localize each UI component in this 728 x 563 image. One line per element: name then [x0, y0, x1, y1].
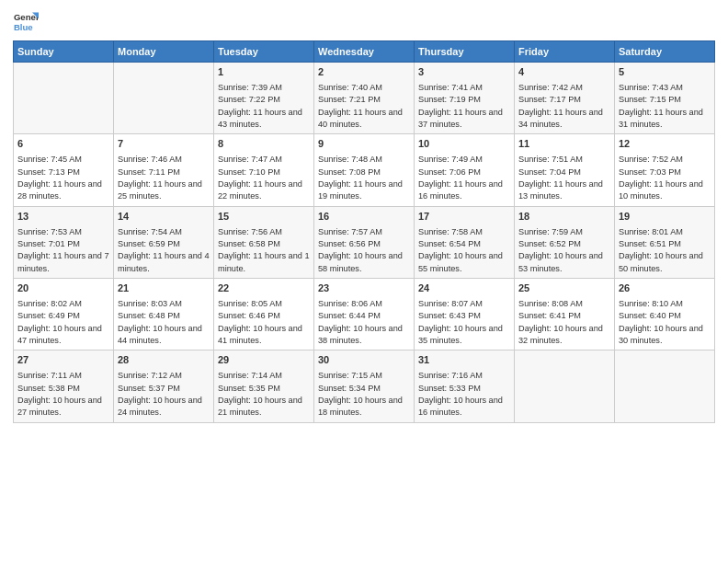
sunset-text: Sunset: 6:59 PM	[118, 239, 180, 248]
sunrise-text: Sunrise: 8:08 AM	[518, 299, 583, 308]
calendar-cell: 23Sunrise: 8:06 AMSunset: 6:44 PMDayligh…	[314, 278, 415, 350]
sunrise-text: Sunrise: 7:42 AM	[518, 83, 583, 92]
sunrise-text: Sunrise: 7:54 AM	[118, 227, 182, 236]
calendar-cell: 7Sunrise: 7:46 AMSunset: 7:11 PMDaylight…	[114, 134, 214, 206]
day-number: 22	[218, 282, 310, 296]
cell-content: 27Sunrise: 7:11 AMSunset: 5:38 PMDayligh…	[17, 353, 109, 419]
daylight-text: Daylight: 11 hours and 13 minutes.	[518, 179, 603, 201]
calendar-cell: 8Sunrise: 7:47 AMSunset: 7:10 PMDaylight…	[214, 134, 314, 206]
sunset-text: Sunset: 6:56 PM	[318, 239, 381, 248]
sunrise-text: Sunrise: 8:10 AM	[619, 299, 683, 308]
daylight-text: Daylight: 11 hours and 10 minutes.	[619, 179, 703, 201]
calendar-cell: 3Sunrise: 7:41 AMSunset: 7:19 PMDaylight…	[415, 63, 515, 134]
sunset-text: Sunset: 5:34 PM	[318, 384, 381, 393]
cell-content: 7Sunrise: 7:46 AMSunset: 7:11 PMDaylight…	[118, 137, 210, 202]
daylight-text: Daylight: 10 hours and 32 minutes.	[518, 324, 603, 345]
cell-content: 23Sunrise: 8:06 AMSunset: 6:44 PMDayligh…	[318, 282, 410, 347]
sunset-text: Sunset: 7:04 PM	[518, 167, 581, 177]
cell-content: 20Sunrise: 8:02 AMSunset: 6:49 PMDayligh…	[17, 282, 109, 347]
daylight-text: Daylight: 11 hours and 4 minutes.	[118, 251, 210, 272]
daylight-text: Daylight: 11 hours and 31 minutes.	[619, 108, 703, 129]
daylight-text: Daylight: 10 hours and 35 minutes.	[418, 324, 503, 345]
sunrise-text: Sunrise: 7:48 AM	[318, 155, 382, 164]
cell-content: 25Sunrise: 8:08 AMSunset: 6:41 PMDayligh…	[518, 282, 610, 347]
day-number: 26	[619, 282, 711, 296]
sunrise-text: Sunrise: 8:05 AM	[218, 299, 282, 308]
cell-content: 9Sunrise: 7:48 AMSunset: 7:08 PMDaylight…	[318, 137, 410, 202]
sunrise-text: Sunrise: 8:01 AM	[619, 227, 683, 236]
calendar-cell: 12Sunrise: 7:52 AMSunset: 7:03 PMDayligh…	[615, 134, 715, 206]
calendar-cell	[515, 350, 615, 422]
calendar-cell: 2Sunrise: 7:40 AMSunset: 7:21 PMDaylight…	[314, 63, 415, 134]
sunset-text: Sunset: 6:41 PM	[518, 311, 581, 320]
cell-content: 10Sunrise: 7:49 AMSunset: 7:06 PMDayligh…	[418, 137, 510, 202]
sunrise-text: Sunrise: 7:45 AM	[17, 155, 82, 164]
sunrise-text: Sunrise: 7:49 AM	[418, 155, 483, 164]
day-number: 28	[118, 353, 210, 368]
daylight-text: Daylight: 11 hours and 43 minutes.	[218, 108, 302, 129]
sunrise-text: Sunrise: 7:59 AM	[518, 227, 583, 236]
daylight-text: Daylight: 10 hours and 50 minutes.	[619, 251, 703, 272]
sunset-text: Sunset: 5:37 PM	[118, 384, 180, 393]
cell-content: 22Sunrise: 8:05 AMSunset: 6:46 PMDayligh…	[218, 282, 310, 347]
sunrise-text: Sunrise: 7:53 AM	[17, 227, 82, 236]
sunset-text: Sunset: 6:58 PM	[218, 239, 280, 248]
calendar-cell: 31Sunrise: 7:16 AMSunset: 5:33 PMDayligh…	[415, 350, 515, 422]
calendar-cell: 1Sunrise: 7:39 AMSunset: 7:22 PMDaylight…	[214, 63, 314, 134]
calendar-cell: 5Sunrise: 7:43 AMSunset: 7:15 PMDaylight…	[615, 63, 715, 134]
calendar-cell: 29Sunrise: 7:14 AMSunset: 5:35 PMDayligh…	[214, 350, 314, 422]
weekday-header: Tuesday	[214, 41, 314, 63]
day-number: 24	[418, 282, 510, 296]
calendar-cell	[14, 63, 114, 134]
daylight-text: Daylight: 11 hours and 1 minute.	[218, 251, 310, 272]
sunset-text: Sunset: 7:10 PM	[218, 167, 280, 177]
calendar-cell: 22Sunrise: 8:05 AMSunset: 6:46 PMDayligh…	[214, 278, 314, 350]
sunset-text: Sunset: 6:52 PM	[518, 239, 581, 248]
day-number: 5	[619, 65, 711, 80]
day-number: 2	[318, 65, 410, 80]
cell-content: 15Sunrise: 7:56 AMSunset: 6:58 PMDayligh…	[218, 210, 310, 275]
cell-content: 24Sunrise: 8:07 AMSunset: 6:43 PMDayligh…	[418, 282, 510, 347]
sunset-text: Sunset: 6:40 PM	[619, 311, 681, 320]
calendar-cell: 28Sunrise: 7:12 AMSunset: 5:37 PMDayligh…	[114, 350, 214, 422]
sunrise-text: Sunrise: 7:41 AM	[418, 83, 483, 92]
sunrise-text: Sunrise: 7:39 AM	[218, 83, 282, 92]
calendar-cell: 16Sunrise: 7:57 AMSunset: 6:56 PMDayligh…	[314, 206, 415, 278]
sunrise-text: Sunrise: 7:52 AM	[619, 155, 683, 164]
day-number: 21	[118, 282, 210, 296]
cell-content: 31Sunrise: 7:16 AMSunset: 5:33 PMDayligh…	[418, 353, 510, 419]
calendar-week-row: 27Sunrise: 7:11 AMSunset: 5:38 PMDayligh…	[14, 350, 715, 422]
sunset-text: Sunset: 7:11 PM	[118, 167, 180, 177]
weekday-header: Sunday	[14, 41, 114, 63]
sunrise-text: Sunrise: 8:03 AM	[118, 299, 182, 308]
day-number: 1	[218, 65, 310, 80]
calendar-cell: 19Sunrise: 8:01 AMSunset: 6:51 PMDayligh…	[615, 206, 715, 278]
calendar-cell: 9Sunrise: 7:48 AMSunset: 7:08 PMDaylight…	[314, 134, 415, 206]
day-number: 9	[318, 137, 410, 152]
day-number: 15	[218, 210, 310, 224]
day-number: 10	[418, 137, 510, 152]
calendar-cell	[114, 63, 214, 134]
day-number: 20	[17, 282, 109, 296]
day-number: 4	[518, 65, 610, 80]
calendar-page: General Blue SundayMondayTuesdayWednesda…	[0, 0, 728, 563]
sunset-text: Sunset: 7:21 PM	[318, 95, 381, 104]
sunrise-text: Sunrise: 7:40 AM	[318, 83, 382, 92]
calendar-cell: 10Sunrise: 7:49 AMSunset: 7:06 PMDayligh…	[415, 134, 515, 206]
sunset-text: Sunset: 7:17 PM	[518, 95, 581, 104]
sunrise-text: Sunrise: 8:02 AM	[17, 299, 82, 308]
calendar-week-row: 1Sunrise: 7:39 AMSunset: 7:22 PMDaylight…	[14, 63, 715, 134]
daylight-text: Daylight: 10 hours and 58 minutes.	[318, 251, 403, 272]
calendar-cell: 17Sunrise: 7:58 AMSunset: 6:54 PMDayligh…	[415, 206, 515, 278]
daylight-text: Daylight: 10 hours and 47 minutes.	[17, 324, 102, 345]
sunrise-text: Sunrise: 7:46 AM	[118, 155, 182, 164]
calendar-table: SundayMondayTuesdayWednesdayThursdayFrid…	[13, 40, 715, 423]
cell-content: 12Sunrise: 7:52 AMSunset: 7:03 PMDayligh…	[619, 137, 711, 202]
daylight-text: Daylight: 11 hours and 40 minutes.	[318, 108, 403, 129]
daylight-text: Daylight: 10 hours and 16 minutes.	[418, 396, 503, 417]
daylight-text: Daylight: 10 hours and 41 minutes.	[218, 324, 302, 345]
cell-content: 30Sunrise: 7:15 AMSunset: 5:34 PMDayligh…	[318, 353, 410, 419]
calendar-cell: 14Sunrise: 7:54 AMSunset: 6:59 PMDayligh…	[114, 206, 214, 278]
day-number: 17	[418, 210, 510, 224]
daylight-text: Daylight: 10 hours and 30 minutes.	[619, 324, 703, 345]
